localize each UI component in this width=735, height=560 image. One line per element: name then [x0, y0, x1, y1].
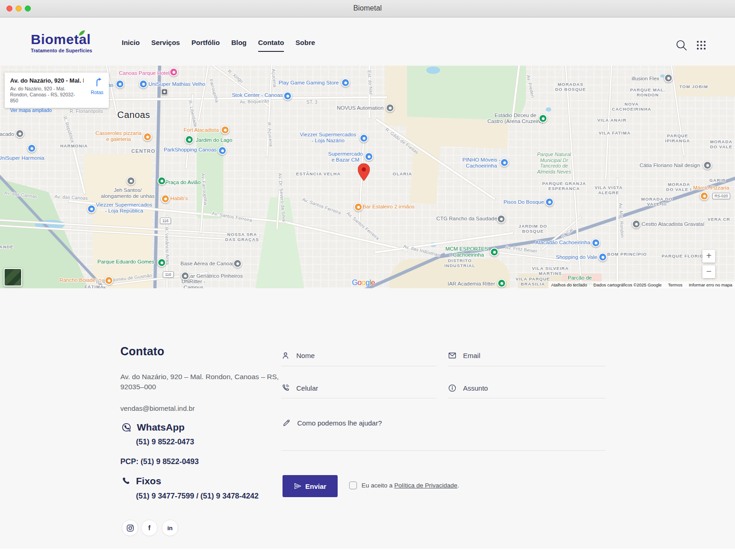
- map-poi-marker[interactable]: [490, 248, 499, 257]
- map-poi-marker[interactable]: [233, 259, 242, 268]
- map-poi-label[interactable]: Jardim do Lago: [196, 137, 232, 143]
- map-poi-marker[interactable]: [181, 272, 190, 280]
- nav-portfolio[interactable]: Portfólio: [192, 39, 220, 52]
- map-poi-label[interactable]: Viezzer Supermercados- Loja República: [96, 202, 153, 214]
- map-poi-label[interactable]: Jeh Santos/alongamento de unhas: [101, 187, 154, 199]
- map-zoom-out-button[interactable]: −: [702, 265, 715, 278]
- map-poi-marker[interactable]: [703, 161, 712, 170]
- map-poi-label[interactable]: CTG Rancho da Saudade: [436, 216, 497, 222]
- map-poi-marker[interactable]: [341, 78, 350, 87]
- whatsapp-number[interactable]: (51) 9 8522-0473: [136, 437, 194, 446]
- google-logo[interactable]: Google: [352, 278, 375, 287]
- map-poi-marker[interactable]: [139, 80, 148, 89]
- report-error-link[interactable]: Informar erro no mapa: [689, 282, 732, 287]
- privacy-checkbox[interactable]: [349, 482, 357, 489]
- fixos-heading[interactable]: Fixos: [121, 476, 161, 487]
- map-poi-label[interactable]: ParkShopping Canoas: [164, 147, 216, 153]
- map-poi-label[interactable]: UniSuper Harmonia: [0, 155, 45, 161]
- map-poi-marker[interactable]: [158, 177, 166, 185]
- map-poi-label[interactable]: Stok Center - Canoas: [232, 92, 283, 98]
- map-poi-label[interactable]: Cestto Atacadista Gravataí: [642, 221, 705, 227]
- map-poi-label[interactable]: Canoas Parque Hotel: [119, 70, 170, 76]
- map-poi-label[interactable]: NOVUS Automation: [337, 105, 384, 111]
- map-poi-label[interactable]: acado: [0, 131, 14, 137]
- map-poi-label[interactable]: Estádio Dirceu deCastro (Arena Cruzeiro): [487, 112, 543, 124]
- map-poi-marker[interactable]: [592, 239, 600, 247]
- map-poi-label[interactable]: PINHO Móveis -Cachoeirinha: [462, 157, 500, 169]
- apps-grid-icon[interactable]: [696, 40, 707, 50]
- assunto-input[interactable]: [463, 384, 578, 392]
- map-poi-label[interactable]: Supermercadoe Bazar CM: [328, 151, 362, 163]
- map-poi-marker[interactable]: [500, 158, 509, 167]
- map-transit-icon[interactable]: [162, 89, 168, 95]
- map-poi-label[interactable]: Pisos Do Bosque: [503, 199, 544, 205]
- map-poi-label[interactable]: UniSuper Mathias Velho: [148, 81, 205, 87]
- map-poi-label[interactable]: Cátia Floriano Nail design: [639, 162, 700, 168]
- map-poi-label[interactable]: Base Aérea de Canoas: [181, 261, 235, 267]
- nav-inicio[interactable]: Inicio: [122, 39, 140, 52]
- map-poi-marker[interactable]: [498, 279, 506, 288]
- map-poi-label[interactable]: MCM ESPORTES- Cachoeirinha: [445, 246, 488, 258]
- map-poi-marker[interactable]: [632, 220, 641, 229]
- privacy-policy-link[interactable]: Política de Privacidade: [394, 482, 457, 489]
- celular-input[interactable]: [296, 384, 411, 392]
- map-poi-marker[interactable]: [218, 146, 227, 155]
- map-expand-link[interactable]: Ver mapa ampliado: [10, 107, 103, 113]
- linkedin-button[interactable]: in: [162, 520, 178, 536]
- nav-sobre[interactable]: Sobre: [295, 39, 315, 52]
- map-poi-label[interactable]: IAR Academia Ritter: [447, 281, 495, 287]
- map-poi-marker[interactable]: [354, 203, 363, 212]
- map-poi-marker[interactable]: [127, 177, 136, 185]
- map-poi-label[interactable]: Atacadão Cachoeirinha: [535, 240, 590, 246]
- map-poi-label[interactable]: Fort Atacadista: [184, 127, 219, 133]
- satellite-view-toggle[interactable]: [4, 268, 22, 286]
- map-poi-marker[interactable]: [87, 205, 96, 213]
- map-poi-marker[interactable]: [161, 195, 170, 203]
- map-canvas[interactable]: Av. do Nazário, 920 - Mal. Ron... Av. do…: [0, 66, 735, 288]
- map-poi-marker[interactable]: [116, 80, 124, 89]
- map-poi-label[interactable]: Parque Eduardo Gomes: [97, 259, 154, 265]
- map-poi-marker[interactable]: [16, 129, 24, 138]
- map-poi-label[interactable]: Play Game Gaming Store: [278, 80, 339, 86]
- map-poi-marker[interactable]: [497, 215, 506, 224]
- map-poi-label[interactable]: Casseroles pizzariae galeteria: [96, 130, 141, 142]
- map-poi-label[interactable]: Habib's: [170, 196, 188, 202]
- map-poi-label[interactable]: Bar Estaleiro 2 irmãos: [362, 204, 414, 210]
- map-poi-marker[interactable]: [185, 135, 194, 144]
- map-poi-label[interactable]: Viezzer Supermercados- Loja Nazário: [300, 132, 356, 144]
- send-button[interactable]: Enviar: [283, 475, 338, 497]
- map-poi-marker[interactable]: [170, 68, 178, 77]
- map-poi-marker[interactable]: [664, 74, 673, 83]
- nav-servicos[interactable]: Serviços: [151, 39, 180, 52]
- map-poi-marker[interactable]: [360, 134, 368, 143]
- map-destination-pin[interactable]: [358, 163, 370, 183]
- fixos-numbers[interactable]: (51) 9 3477-7599 / (51) 9 3478-4242: [136, 492, 259, 500]
- map-poi-label[interactable]: Márcio Pizzaria: [693, 185, 729, 191]
- map-poi-marker[interactable]: [365, 152, 373, 161]
- map-poi-marker[interactable]: [386, 104, 395, 112]
- terms-link[interactable]: Termos: [668, 282, 682, 287]
- map-poi-marker[interactable]: [105, 276, 113, 285]
- map-poi-label[interactable]: illusion Flex: [632, 76, 659, 82]
- logo[interactable]: Biometal Tratamento de Superfícies: [31, 33, 92, 53]
- map-poi-marker[interactable]: [700, 192, 709, 201]
- map-poi-marker[interactable]: [599, 253, 607, 262]
- map-poi-marker[interactable]: [545, 198, 554, 207]
- map-poi-marker[interactable]: [143, 133, 152, 141]
- contact-email[interactable]: vendas@biometal.ind.br: [120, 404, 195, 412]
- map-poi-label[interactable]: Shopping do Vale: [556, 254, 597, 260]
- nav-contato[interactable]: Contato: [258, 39, 284, 52]
- map-poi-marker[interactable]: [158, 258, 166, 267]
- map-poi-label[interactable]: Lar Geriátrico Pinheiros: [187, 273, 243, 279]
- map-poi-label[interactable]: Praça do Avião: [165, 179, 200, 185]
- map-directions-button[interactable]: Rotas: [91, 78, 103, 95]
- message-input[interactable]: [297, 419, 554, 427]
- nav-blog[interactable]: Blog: [231, 39, 246, 52]
- map-poi-marker[interactable]: [221, 126, 230, 134]
- whatsapp-heading[interactable]: WhatsApp: [121, 422, 185, 433]
- pcp-number[interactable]: PCP: (51) 9 8522-0493: [120, 457, 199, 466]
- map-poi-marker[interactable]: [283, 92, 292, 101]
- keyboard-shortcuts-link[interactable]: Atalhos do teclado: [551, 282, 587, 287]
- email-input[interactable]: [463, 352, 578, 359]
- instagram-button[interactable]: [122, 520, 138, 536]
